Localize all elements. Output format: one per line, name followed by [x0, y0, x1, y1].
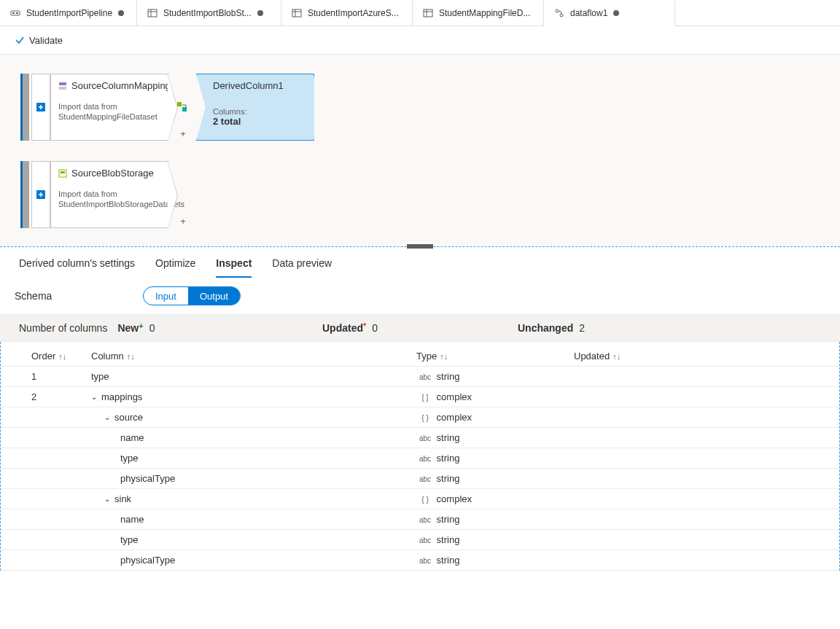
column-name: name	[120, 514, 144, 525]
svg-rect-6	[292, 9, 301, 17]
inspect-panel: Derived column's settings Optimize Inspe…	[0, 246, 840, 571]
dataflow-icon	[554, 8, 564, 18]
type-name: string	[434, 432, 459, 443]
column-name: physicalType	[120, 555, 175, 566]
chevron-down-icon[interactable]: ⌄	[91, 393, 97, 401]
expand-collapse-button[interactable]	[31, 74, 50, 141]
cell-column: physicalType	[91, 473, 416, 484]
schema-row[interactable]: physicalTypeabc string	[1, 550, 839, 571]
validate-button[interactable]: Validate	[15, 35, 63, 46]
cell-type: [ ] complex	[416, 391, 574, 402]
toggle-output[interactable]: Output	[188, 287, 240, 305]
svg-rect-1	[12, 12, 15, 14]
schema-row[interactable]: typeabc string	[1, 448, 839, 469]
svg-rect-15	[59, 82, 66, 85]
node-title: DerivedColumn1	[213, 80, 284, 91]
svg-rect-9	[424, 9, 432, 17]
svg-rect-17	[177, 102, 182, 106]
column-name: physicalType	[120, 473, 175, 484]
tab-student-import-pipeline[interactable]: StudentImportPipeline	[0, 0, 137, 26]
toggle-input[interactable]: Input	[144, 287, 188, 305]
cell-column: physicalType	[91, 555, 416, 566]
svg-point-12	[556, 9, 559, 12]
canvas-toolbar: Validate	[0, 26, 840, 54]
updated-value: 0	[372, 322, 378, 334]
sort-icon[interactable]: ↑↓	[58, 352, 66, 361]
source-column-mapping-node[interactable]: SourceColumnMapping Import data from Stu…	[50, 74, 168, 141]
type-badge-icon: abc	[416, 557, 434, 565]
column-name: type	[120, 453, 139, 464]
cell-column: ⌄source	[91, 412, 416, 423]
cell-column: type	[91, 453, 416, 464]
column-name: name	[120, 432, 144, 443]
schema-row[interactable]: typeabc string	[1, 530, 839, 550]
schema-row[interactable]: 2⌄mappings[ ] complex	[1, 387, 839, 407]
unchanged-label: Unchanged	[518, 322, 573, 334]
add-step-button[interactable]: +	[178, 216, 188, 226]
tab-label: StudentImportBlobSt...	[163, 8, 252, 18]
schema-row[interactable]: ⌄source{ } complex	[1, 407, 839, 428]
cell-type: { } complex	[416, 493, 574, 504]
tab-derived-settings[interactable]: Derived column's settings	[19, 257, 135, 278]
chevron-down-icon[interactable]: ⌄	[104, 495, 110, 503]
columns-label: Columns:	[213, 107, 306, 116]
column-counts-bar: Number of columns New+ 0 Updated* 0 Unch…	[0, 314, 840, 342]
type-badge-icon: { }	[416, 414, 434, 422]
header-column[interactable]: Column	[91, 351, 124, 362]
header-updated[interactable]: Updated	[574, 351, 610, 362]
source-icon	[58, 82, 67, 90]
validate-label: Validate	[29, 35, 63, 46]
dataflow-canvas[interactable]: SourceColumnMapping Import data from Stu…	[0, 54, 840, 246]
cell-column: ⌄sink	[91, 493, 416, 504]
tab-student-mapping-file[interactable]: StudentMappingFileD...	[413, 0, 544, 26]
tab-student-import-blob[interactable]: StudentImportBlobSt...	[137, 0, 281, 26]
svg-rect-18	[182, 107, 187, 112]
settings-tabs: Derived column's settings Optimize Inspe…	[0, 247, 840, 278]
derived-column1-node[interactable]: DerivedColumn1 Columns: 2 total +	[196, 74, 314, 141]
cell-order: 1	[31, 371, 91, 382]
tab-data-preview[interactable]: Data preview	[272, 257, 332, 278]
cell-column: ⌄mappings	[91, 391, 416, 402]
panel-resize-handle[interactable]	[407, 244, 433, 249]
expand-icon	[35, 101, 47, 113]
editor-tab-bar: StudentImportPipeline StudentImportBlobS…	[0, 0, 840, 26]
node-selection-handle[interactable]	[20, 74, 29, 141]
source-blob-storage-node[interactable]: SourceBlobStorage Import data from Stude…	[50, 161, 168, 228]
cell-type: abc string	[416, 473, 574, 484]
node-selection-handle[interactable]	[20, 161, 29, 228]
dirty-indicator-icon	[613, 10, 619, 16]
schema-row[interactable]: ⌄sink{ } complex	[1, 489, 839, 509]
add-step-button[interactable]: +	[324, 128, 334, 138]
unchanged-value: 2	[579, 322, 585, 334]
tab-dataflow1[interactable]: dataflow1	[544, 1, 675, 26]
type-badge-icon: abc	[416, 434, 434, 442]
dataset-icon	[292, 8, 302, 18]
chevron-down-icon[interactable]: ⌄	[104, 413, 110, 421]
type-name: string	[434, 555, 459, 566]
derived-column-transform-icon	[176, 101, 189, 114]
type-badge-icon: abc	[416, 455, 434, 463]
tab-student-import-azure[interactable]: StudentImportAzureS...	[281, 0, 413, 26]
expand-collapse-button[interactable]	[31, 161, 50, 228]
header-order[interactable]: Order	[31, 351, 55, 362]
sort-icon[interactable]: ↑↓	[612, 352, 621, 361]
type-badge-icon: { }	[416, 496, 434, 504]
schema-row[interactable]: nameabc string	[1, 428, 839, 448]
header-type[interactable]: Type	[416, 351, 437, 362]
schema-row[interactable]: 1typeabc string	[1, 367, 839, 387]
cell-type: { } complex	[416, 412, 574, 423]
node-title: SourceBlobStorage	[71, 168, 154, 179]
schema-row[interactable]: nameabc string	[1, 509, 839, 530]
sort-icon[interactable]: ↑↓	[440, 352, 448, 361]
cell-type: abc string	[416, 555, 574, 566]
tab-inspect[interactable]: Inspect	[216, 257, 252, 278]
tab-optimize[interactable]: Optimize	[155, 257, 195, 278]
source-icon	[58, 169, 67, 178]
sort-icon[interactable]: ↑↓	[127, 352, 135, 361]
dirty-indicator-icon	[118, 10, 124, 16]
schema-table: Order↑↓ Column↑↓ Type↑↓ Updated↑↓ 1typea…	[0, 342, 840, 571]
schema-label: Schema	[15, 290, 131, 302]
svg-rect-21	[61, 171, 65, 173]
schema-header-row: Order↑↓ Column↑↓ Type↑↓ Updated↑↓	[1, 346, 839, 367]
schema-row[interactable]: physicalTypeabc string	[1, 469, 839, 489]
